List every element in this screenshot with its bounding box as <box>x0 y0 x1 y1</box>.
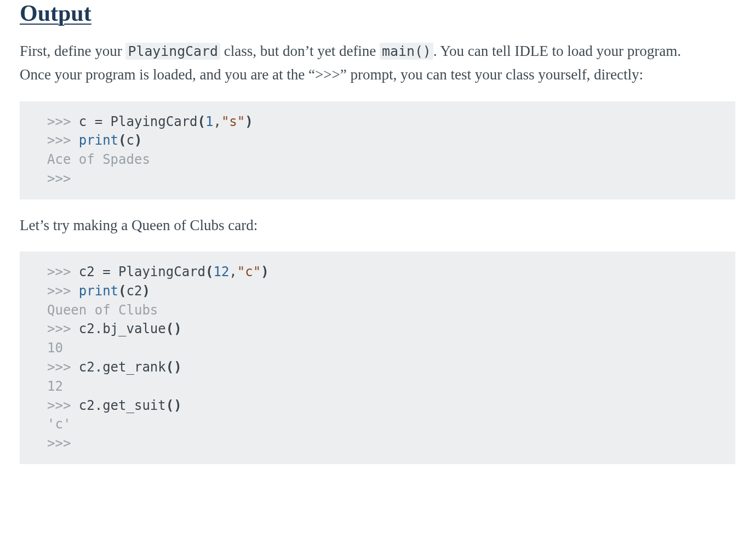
code-token: , <box>229 264 237 279</box>
repl-output: 'c' <box>47 416 71 432</box>
code-token: ( <box>118 133 126 148</box>
code-block-2: >>> c2 = PlayingCard(12,"c") >>> print(c… <box>20 252 735 464</box>
repl-prompt: >>> <box>47 283 79 299</box>
code-token: , <box>213 114 221 129</box>
code-token: bj_value <box>102 321 166 336</box>
code-token: c <box>79 114 95 129</box>
code-token: 1 <box>205 114 213 129</box>
code-token: print <box>79 133 118 148</box>
code-token: c2 <box>127 283 142 299</box>
text-run: class, but don’t yet define <box>220 43 380 59</box>
repl-output: 10 <box>47 340 63 356</box>
code-token: c <box>127 133 134 148</box>
code-token: 12 <box>213 264 229 279</box>
code-token: () <box>166 321 182 336</box>
repl-prompt: >>> <box>47 264 79 279</box>
code-token: "c" <box>237 264 261 279</box>
page-root: Output First, define your PlayingCard cl… <box>0 0 755 498</box>
code-token: c2 <box>79 359 95 375</box>
repl-prompt: >>> <box>47 321 79 336</box>
repl-prompt: >>> <box>47 114 79 129</box>
repl-prompt: >>> <box>47 171 71 186</box>
code-token: ) <box>245 114 253 129</box>
repl-prompt: >>> <box>47 436 71 451</box>
section-heading-link[interactable]: Output <box>20 1 91 26</box>
repl-output: 12 <box>47 379 63 394</box>
code-token: () <box>166 359 182 375</box>
section-heading: Output <box>20 0 735 26</box>
code-token: = <box>102 264 110 279</box>
repl-prompt: >>> <box>47 133 79 148</box>
intro-paragraph: First, define your PlayingCard class, bu… <box>20 39 688 87</box>
repl-prompt: >>> <box>47 398 79 413</box>
code-token: ( <box>198 114 205 129</box>
code-token: . <box>95 398 102 413</box>
repl-prompt: >>> <box>47 359 79 375</box>
code-token: c2 <box>79 321 95 336</box>
code-token: c2 <box>79 264 102 279</box>
middle-paragraph: Let’s try making a Queen of Clubs card: <box>20 214 688 237</box>
code-token: get_suit <box>102 398 166 413</box>
code-token: PlayingCard <box>111 264 205 279</box>
code-token: () <box>166 398 182 413</box>
code-token: = <box>95 114 102 129</box>
code-token: "s" <box>221 114 245 129</box>
code-token: get_rank <box>102 359 166 375</box>
code-token: c2 <box>79 398 95 413</box>
code-block-1: >>> c = PlayingCard(1,"s") >>> print(c) … <box>20 101 735 199</box>
code-token: ) <box>142 283 150 299</box>
code-token: . <box>95 359 102 375</box>
code-token: ) <box>134 133 142 148</box>
text-run: First, define your <box>20 43 125 59</box>
inline-code-playingcard: PlayingCard <box>125 43 220 60</box>
code-token: ( <box>118 283 126 299</box>
code-token: PlayingCard <box>102 114 197 129</box>
repl-output: Queen of Clubs <box>47 302 158 318</box>
code-token: ( <box>205 264 213 279</box>
code-token: ) <box>261 264 268 279</box>
code-token: print <box>79 283 118 299</box>
inline-code-main: main() <box>380 43 433 60</box>
code-token: . <box>95 321 102 336</box>
repl-output: Ace of Spades <box>47 152 150 167</box>
